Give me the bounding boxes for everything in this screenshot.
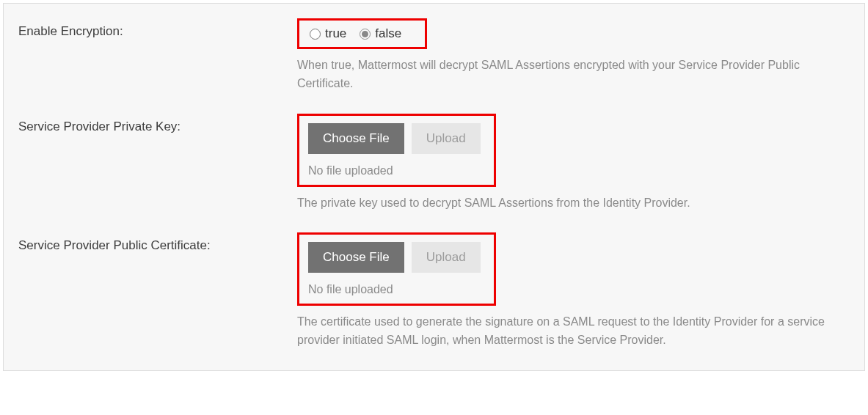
no-file-uploaded-text: No file uploaded bbox=[308, 283, 481, 296]
enable-encryption-help: When true, Mattermost will decrypt SAML … bbox=[297, 56, 840, 93]
radio-false-label: false bbox=[375, 26, 401, 41]
upload-button[interactable]: Upload bbox=[412, 123, 481, 154]
enable-encryption-label: Enable Encryption: bbox=[18, 24, 123, 38]
radio-true-label: true bbox=[325, 26, 346, 41]
radio-false[interactable] bbox=[360, 29, 371, 40]
row-enable-encryption: Enable Encryption: true false When true,… bbox=[18, 18, 850, 93]
settings-panel: Enable Encryption: true false When true,… bbox=[3, 3, 865, 371]
label-col: Enable Encryption: bbox=[18, 18, 297, 39]
public-cert-help: The certificate used to generate the sig… bbox=[297, 313, 840, 350]
highlight-box-public-cert: Choose File Upload No file uploaded bbox=[297, 232, 496, 306]
private-key-help: The private key used to decrypt SAML Ass… bbox=[297, 194, 840, 213]
upload-button[interactable]: Upload bbox=[412, 242, 481, 273]
label-col: Service Provider Private Key: bbox=[18, 114, 297, 134]
radio-false-item[interactable]: false bbox=[360, 26, 401, 41]
radio-true-item[interactable]: true bbox=[310, 26, 346, 41]
row-private-key: Service Provider Private Key: Choose Fil… bbox=[18, 114, 850, 213]
control-col: true false When true, Mattermost will de… bbox=[297, 18, 850, 93]
row-public-cert: Service Provider Public Certificate: Cho… bbox=[18, 232, 850, 350]
control-col: Choose File Upload No file uploaded The … bbox=[297, 114, 850, 213]
no-file-uploaded-text: No file uploaded bbox=[308, 164, 481, 177]
choose-file-button[interactable]: Choose File bbox=[308, 242, 404, 273]
enable-encryption-radio-group: true false bbox=[305, 25, 416, 43]
private-key-label: Service Provider Private Key: bbox=[18, 120, 180, 133]
public-cert-label: Service Provider Public Certificate: bbox=[18, 238, 211, 252]
radio-true[interactable] bbox=[310, 29, 321, 40]
button-row: Choose File Upload bbox=[308, 242, 481, 273]
control-col: Choose File Upload No file uploaded The … bbox=[297, 232, 850, 350]
highlight-box-private-key: Choose File Upload No file uploaded bbox=[297, 114, 496, 187]
choose-file-button[interactable]: Choose File bbox=[308, 123, 404, 154]
highlight-box-encryption: true false bbox=[297, 18, 427, 49]
file-area-public-cert: Choose File Upload No file uploaded bbox=[305, 239, 485, 299]
button-row: Choose File Upload bbox=[308, 123, 481, 154]
label-col: Service Provider Public Certificate: bbox=[18, 232, 297, 253]
file-area-private-key: Choose File Upload No file uploaded bbox=[305, 120, 485, 180]
